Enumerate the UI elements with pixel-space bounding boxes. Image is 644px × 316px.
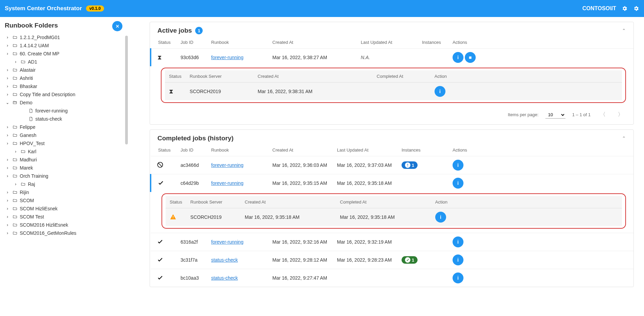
tree-item[interactable]: ›Raj bbox=[5, 180, 126, 188]
ccol-instances: Instances bbox=[399, 144, 450, 156]
info-button[interactable]: i bbox=[453, 52, 463, 63]
folder-icon bbox=[12, 190, 18, 195]
prev-page-button[interactable]: 〈 bbox=[597, 110, 608, 120]
runbook-link[interactable]: forever-running bbox=[211, 55, 243, 60]
tree-item[interactable]: ›Marek bbox=[5, 164, 126, 172]
gear-icon[interactable] bbox=[633, 5, 639, 12]
job-row[interactable]: 6316a2fforever-runningMar 16, 2022, 9:32… bbox=[151, 233, 633, 251]
settings-alt-icon[interactable] bbox=[622, 5, 628, 12]
chevron-icon: › bbox=[5, 190, 10, 195]
chevron-up-icon[interactable]: ⌃ bbox=[622, 28, 626, 33]
job-id: 6316a2f bbox=[178, 233, 208, 251]
next-page-button[interactable]: 〉 bbox=[615, 110, 626, 120]
folder-icon bbox=[12, 35, 18, 40]
tree-item[interactable]: ›Ganesh bbox=[5, 131, 126, 139]
tree-item[interactable]: ›HPOV_Test bbox=[5, 139, 126, 147]
tree-item[interactable]: ›SCOM2016 HizliEsnek bbox=[5, 221, 126, 229]
ncol-status: Status bbox=[165, 70, 186, 83]
instance-badge[interactable]: ✓1 bbox=[402, 256, 418, 264]
info-button[interactable]: i bbox=[435, 86, 445, 97]
tree-item[interactable]: ›Ashriti bbox=[5, 74, 126, 82]
info-button[interactable]: i bbox=[435, 212, 446, 223]
file-icon bbox=[29, 108, 33, 113]
info-button[interactable]: i bbox=[453, 236, 463, 247]
items-per-page-select[interactable]: 10 bbox=[545, 111, 565, 119]
tree-item-label: Alastair bbox=[20, 67, 36, 73]
tree-item[interactable]: ›SCOM2016_GetMonRules bbox=[5, 229, 126, 237]
tree-item[interactable]: ›Copy Title and Description bbox=[5, 90, 126, 99]
tree-item-label: Raj bbox=[28, 181, 35, 187]
runbook-link[interactable]: forever-running bbox=[211, 239, 243, 245]
tree-item[interactable]: ›Karl bbox=[5, 147, 126, 156]
instance-badge[interactable]: !1 bbox=[402, 161, 418, 169]
tree-item[interactable]: ›Alastair bbox=[5, 66, 126, 74]
last-updated: N.A. bbox=[358, 49, 419, 67]
tree-item[interactable]: ›Rijin bbox=[5, 188, 126, 196]
tree-item[interactable]: ›Bhaskar bbox=[5, 82, 126, 90]
runbook-link[interactable]: status-check bbox=[211, 275, 238, 281]
app-header: System Center Orchestrator v0.1.0 CONTOS… bbox=[0, 0, 644, 17]
runbook-link[interactable]: forever-running bbox=[211, 162, 243, 168]
tree-item[interactable]: ›Felippe bbox=[5, 123, 126, 131]
job-row[interactable]: c64d29bforever-runningMar 16, 2022, 9:35… bbox=[151, 174, 633, 192]
user-label: CONTOSO\IT bbox=[582, 5, 616, 12]
warning-icon bbox=[170, 213, 176, 220]
info-button[interactable]: i bbox=[453, 160, 463, 171]
tree-item-label: Madhuri bbox=[20, 157, 37, 162]
nested-row[interactable]: ⧗SCORCH2019Mar 16, 2022, 9:38:31 AMi bbox=[165, 83, 622, 101]
chevron-icon: › bbox=[5, 231, 10, 235]
tree-item[interactable]: ›Madhuri bbox=[5, 156, 126, 164]
chevron-icon: › bbox=[5, 206, 10, 211]
ncol-created: Created At bbox=[241, 196, 336, 208]
ncol-action: Action bbox=[430, 70, 622, 83]
tree-item-label: forever-running bbox=[35, 108, 68, 113]
tree-item[interactable]: ›60. Create OM MP bbox=[5, 50, 126, 58]
chevron-icon: › bbox=[5, 133, 10, 138]
ncol-created: Created At bbox=[254, 70, 373, 83]
chevron-up-icon[interactable]: ⌃ bbox=[622, 136, 626, 141]
folder-icon bbox=[12, 84, 18, 89]
info-button[interactable]: i bbox=[453, 254, 463, 265]
tree-item[interactable]: status-check bbox=[5, 115, 126, 123]
tree-item[interactable]: ›SCOM Test bbox=[5, 213, 126, 221]
chevron-icon: › bbox=[5, 125, 10, 129]
ncol-action: Action bbox=[431, 196, 622, 208]
job-row[interactable]: ⧗93c63d6forever-runningMar 16, 2022, 9:3… bbox=[151, 49, 633, 67]
tree-item-label: SCOM2016 HizliEsnek bbox=[20, 222, 68, 228]
tree-item-label: 60. Create OM MP bbox=[20, 51, 60, 56]
tree-item[interactable]: ›Orch Training bbox=[5, 172, 126, 180]
sidebar-collapse-button[interactable]: ✕ bbox=[112, 21, 122, 31]
ncol-completed: Completed At bbox=[336, 196, 431, 208]
scrollbar[interactable] bbox=[125, 36, 128, 144]
tree-item[interactable]: ›1.2.1.2_ProdMG01 bbox=[5, 33, 126, 41]
runbook-server: SCORCH2019 bbox=[186, 208, 241, 226]
sidebar: Runbook Folders ✕ ›1.2.1.2_ProdMG01›1.4.… bbox=[0, 17, 129, 316]
version-badge: v0.1.0 bbox=[86, 5, 104, 12]
info-button[interactable]: i bbox=[453, 178, 463, 189]
runbook-link[interactable]: status-check bbox=[211, 257, 238, 263]
nested-row[interactable]: SCORCH2019Mar 16, 2022, 9:35:18 AMMar 16… bbox=[166, 208, 622, 226]
created-at: Mar 16, 2022, 9:27:47 AM bbox=[270, 269, 334, 287]
info-button[interactable]: i bbox=[453, 273, 463, 283]
hourglass-icon: ⧗ bbox=[169, 88, 173, 95]
runbook-link[interactable]: forever-running bbox=[211, 180, 243, 186]
active-jobs-panel: Active jobs 1 ⌃ Status Job ID Runbook Cr… bbox=[150, 22, 634, 125]
chevron-icon: › bbox=[5, 165, 10, 170]
tree-item-label: Ganesh bbox=[20, 133, 36, 138]
job-id: ac3466d bbox=[178, 156, 208, 174]
tree-item[interactable]: ›AD1 bbox=[5, 58, 126, 66]
tree-item[interactable]: forever-running bbox=[5, 107, 126, 115]
completed-jobs-panel: Completed jobs (history) ⌃ Status Job ID… bbox=[150, 129, 634, 287]
active-paginator: Items per page: 10 1 – 1 of 1 〈 〉 bbox=[150, 107, 633, 124]
col-instances: Instances bbox=[419, 36, 450, 49]
job-row[interactable]: 3c31f7astatus-checkMar 16, 2022, 9:28:12… bbox=[151, 251, 633, 269]
tree-item[interactable]: ›SCOM HizliEsnek bbox=[5, 205, 126, 213]
tree-item[interactable]: ›SCOM bbox=[5, 196, 126, 205]
chevron-icon: › bbox=[5, 92, 10, 97]
tree-item[interactable]: ⌄Demo bbox=[5, 99, 126, 107]
tree-item[interactable]: ›1.4.14.2 UAM bbox=[5, 41, 126, 50]
stop-button[interactable]: ■ bbox=[465, 52, 476, 63]
job-row[interactable]: ac3466dforever-runningMar 16, 2022, 9:36… bbox=[151, 156, 633, 174]
col-actions: Actions bbox=[450, 36, 633, 49]
job-row[interactable]: bc10aa3status-checkMar 16, 2022, 9:27:47… bbox=[151, 269, 633, 287]
